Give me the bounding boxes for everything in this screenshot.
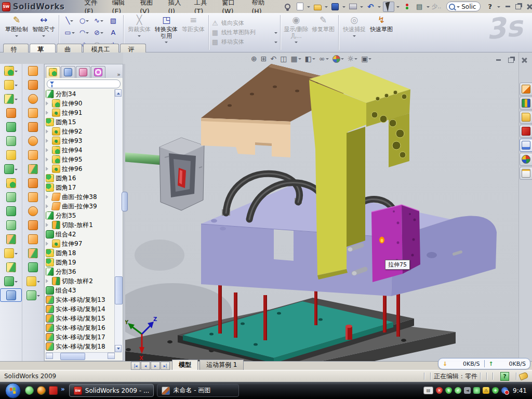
options-list-icon[interactable]: ▤: [414, 2, 424, 11]
toolbar-button[interactable]: [23, 190, 44, 204]
expander-icon[interactable]: [46, 242, 50, 246]
first-tab-button[interactable]: |◂: [131, 362, 140, 370]
toolbar-button[interactable]: [23, 176, 44, 190]
expander-icon[interactable]: [46, 204, 50, 208]
task-button[interactable]: SW SolidWorks 2009 - ...: [69, 384, 154, 397]
rapid-sketch-button[interactable]: ↯ 快速草图: [368, 13, 395, 52]
toolbar-button[interactable]: [1, 232, 21, 246]
tree-item[interactable]: 实体-移动/复制15: [46, 314, 115, 323]
open-icon[interactable]: [312, 2, 323, 11]
viewport-3d-scene[interactable]: Y Z X: [123, 64, 518, 361]
zoom-fit-icon[interactable]: ⊕: [251, 55, 257, 63]
dropdown-caret[interactable]: [37, 281, 40, 284]
expander-icon[interactable]: [46, 279, 50, 283]
dropdown-caret[interactable]: [42, 35, 45, 38]
scrollbar-thumb[interactable]: [60, 353, 85, 360]
select-arrow-icon[interactable]: [383, 2, 394, 12]
dropdown-caret[interactable]: [15, 281, 18, 284]
expander-icon[interactable]: [46, 148, 50, 152]
dropdown-caret[interactable]: [100, 32, 103, 35]
dropdown-caret[interactable]: [354, 58, 357, 61]
toolbar-button[interactable]: [23, 148, 44, 162]
view-orientation-icon[interactable]: ▦: [290, 55, 301, 63]
tree-item[interactable]: 圆角15: [46, 117, 115, 127]
tree-item[interactable]: 圆角16: [46, 174, 115, 183]
tree-item[interactable]: 组合42: [46, 230, 115, 239]
scrollbar-thumb[interactable]: [115, 276, 123, 304]
tree-horizontal-scrollbar[interactable]: [46, 352, 115, 360]
arc-icon[interactable]: ◠: [77, 26, 91, 38]
next-tab-button[interactable]: ▸: [151, 362, 160, 370]
dropdown-caret[interactable]: [15, 253, 18, 256]
network-alert-icon[interactable]: ⚠: [483, 387, 489, 394]
expander-icon[interactable]: [46, 129, 50, 134]
toolbar-button[interactable]: [1, 204, 21, 218]
spline-icon[interactable]: ∿: [91, 15, 106, 26]
toolbar-button[interactable]: [1, 218, 21, 232]
minimize-button[interactable]: [506, 6, 510, 7]
tree-item[interactable]: 切除-放样2: [46, 276, 115, 286]
toolbar-button[interactable]: [1, 148, 21, 162]
toolbar-button[interactable]: [23, 232, 44, 246]
toolbar-button[interactable]: [23, 134, 44, 148]
linear-sketch-pattern-button[interactable]: ▦ 线性草图阵列: [211, 29, 278, 36]
zoom-area-icon[interactable]: ⊞: [261, 55, 267, 63]
tree-item[interactable]: 拉伸96: [46, 164, 115, 174]
dropdown-caret[interactable]: [274, 42, 277, 45]
manager-tab[interactable]: [91, 66, 105, 78]
toolbar-button[interactable]: [1, 246, 21, 260]
tree-item[interactable]: 拉伸97: [46, 239, 115, 248]
tree-item[interactable]: 拉伸94: [46, 145, 115, 155]
tree-vertical-scrollbar[interactable]: [114, 89, 122, 352]
expander-icon[interactable]: [46, 157, 50, 162]
overflow-item[interactable]: 少..: [432, 3, 441, 10]
dropdown-caret[interactable]: [165, 42, 168, 45]
quick-snaps-button[interactable]: ◎ 快速捕捉: [341, 13, 368, 52]
tree-item[interactable]: 实体-移动/复制17: [46, 332, 115, 342]
toolbar-button[interactable]: [1, 162, 21, 176]
repair-sketch-button[interactable]: ✎ 修复草图: [310, 13, 337, 52]
display-delete-relations-button[interactable]: ◉ 显示/删除几...: [283, 13, 310, 52]
camera-icon[interactable]: ▣: [361, 55, 371, 63]
new-document-icon[interactable]: [295, 2, 305, 11]
toolbar-button[interactable]: [23, 92, 44, 106]
model-tab[interactable]: 运动算例 1: [200, 360, 244, 370]
tree-item[interactable]: 实体-移动/复制13: [46, 295, 115, 304]
dropdown-caret[interactable]: [15, 71, 18, 74]
doc-minimize-button[interactable]: [496, 59, 501, 61]
toolbar-button[interactable]: [1, 78, 21, 92]
shield-power-icon[interactable]: ↯: [445, 387, 452, 394]
dropdown-caret[interactable]: [70, 20, 73, 23]
line-icon[interactable]: ╲: [62, 15, 77, 26]
tree-item[interactable]: 实体-移动/复制16: [46, 323, 115, 332]
prev-tab-button[interactable]: ◂: [141, 362, 150, 370]
manager-tab[interactable]: [76, 66, 90, 78]
file-explorer-tab[interactable]: [520, 111, 532, 124]
search-caret[interactable]: [457, 6, 460, 9]
text-icon[interactable]: A: [106, 26, 121, 38]
expander-icon[interactable]: [46, 101, 50, 105]
toolbar-button[interactable]: [1, 64, 21, 78]
tree-item[interactable]: 切除-放样1: [46, 220, 115, 230]
tree-item[interactable]: 分割36: [46, 267, 115, 276]
dropdown-caret[interactable]: [15, 169, 18, 172]
tree-filter-input[interactable]: [47, 79, 121, 88]
toolbar-button[interactable]: [1, 260, 21, 274]
scroll-up-button[interactable]: [115, 89, 122, 97]
view-settings-icon[interactable]: ☼: [348, 55, 358, 63]
circle-icon[interactable]: ○: [77, 15, 91, 26]
dropdown-caret[interactable]: [368, 58, 371, 61]
media-quick-icon[interactable]: [37, 386, 46, 395]
toolbar-button[interactable]: [23, 120, 44, 134]
expander-icon[interactable]: [46, 167, 50, 171]
expander-icon[interactable]: [46, 223, 50, 227]
expander-icon[interactable]: [46, 139, 50, 143]
volume-icon[interactable]: ◄: [464, 387, 471, 394]
toolbar-button[interactable]: [1, 106, 21, 120]
pin-icon[interactable]: [282, 2, 292, 11]
search-input[interactable]: Solic: [446, 2, 481, 11]
splitter-handle[interactable]: [122, 192, 128, 211]
apply-scene-icon[interactable]: [332, 55, 344, 63]
graphics-viewport[interactable]: Y Z X ⊕ ⊞: [123, 52, 518, 361]
tree-item[interactable]: 曲面-拉伸38: [46, 192, 115, 202]
